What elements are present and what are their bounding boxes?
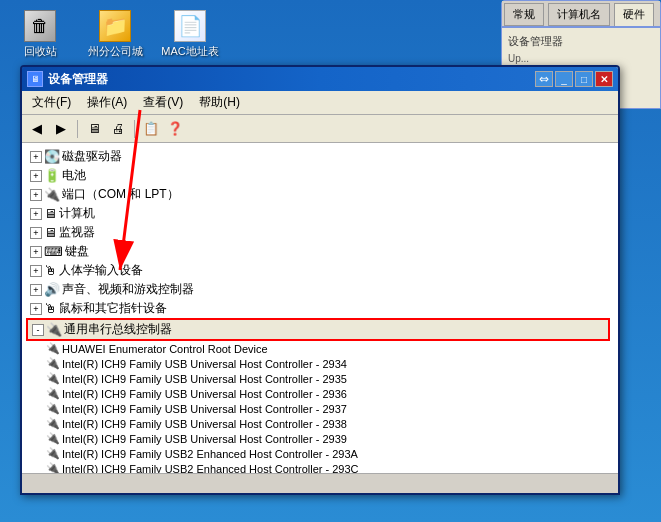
tree-item-usb-category[interactable]: - 🔌 通用串行总线控制器: [28, 320, 608, 339]
tree-item-usb2939[interactable]: 🔌 Intel(R) ICH9 Family USB Universal Hos…: [26, 431, 614, 446]
usb293a-icon: 🔌: [46, 447, 60, 460]
back-button[interactable]: ◀: [26, 118, 48, 140]
computer-button[interactable]: 🖥: [83, 118, 105, 140]
expand-keyboard[interactable]: +: [30, 246, 42, 258]
expand-disk[interactable]: +: [30, 151, 42, 163]
mouse-icon: 🖱: [44, 301, 57, 316]
special-btn-1[interactable]: ⇔: [535, 71, 553, 87]
mouse-label: 鼠标和其它指针设备: [59, 300, 167, 317]
tree-item-disk[interactable]: + 💽 磁盘驱动器: [26, 147, 614, 166]
tab-hardware[interactable]: 硬件: [614, 3, 654, 26]
tree-item-port[interactable]: + 🔌 端口（COM 和 LPT）: [26, 185, 614, 204]
tree-item-usb2934[interactable]: 🔌 Intel(R) ICH9 Family USB Universal Hos…: [26, 356, 614, 371]
usb2937-label: Intel(R) ICH9 Family USB Universal Host …: [62, 403, 347, 415]
tree-item-battery[interactable]: + 🔋 电池: [26, 166, 614, 185]
keyboard-icon: ⌨: [44, 244, 63, 259]
usb-hub-icon: 🔌: [46, 322, 62, 337]
disk-label: 磁盘驱动器: [62, 148, 122, 165]
desktop: 🗑 回收站 📁 州分公司城 📄 MAC地址表 常规 计算机名 硬件 设备管理器 …: [0, 0, 661, 522]
battery-icon: 🔋: [44, 168, 60, 183]
expand-computer[interactable]: +: [30, 208, 42, 220]
port-icon: 🔌: [44, 187, 60, 202]
menu-bar: 文件(F) 操作(A) 查看(V) 帮助(H): [22, 91, 618, 115]
tree-item-usb293c[interactable]: 🔌 Intel(R) ICH9 Family USB2 Enhanced Hos…: [26, 461, 614, 473]
audio-label: 声音、视频和游戏控制器: [62, 281, 194, 298]
folder-icon[interactable]: 📁 州分公司城: [85, 10, 145, 59]
usb293a-label: Intel(R) ICH9 Family USB2 Enhanced Host …: [62, 448, 358, 460]
usb2936-icon: 🔌: [46, 387, 60, 400]
tree-item-usb2936[interactable]: 🔌 Intel(R) ICH9 Family USB Universal Hos…: [26, 386, 614, 401]
menu-view[interactable]: 查看(V): [135, 92, 191, 113]
desktop-icons-area: 🗑 回收站 📁 州分公司城 📄 MAC地址表: [10, 10, 220, 59]
usb2938-label: Intel(R) ICH9 Family USB Universal Host …: [62, 418, 347, 430]
expand-battery[interactable]: +: [30, 170, 42, 182]
document-icon[interactable]: 📄 MAC地址表: [160, 10, 220, 59]
window-title: 设备管理器: [48, 71, 108, 88]
usb2935-icon: 🔌: [46, 372, 60, 385]
usb2937-icon: 🔌: [46, 402, 60, 415]
usb2934-label: Intel(R) ICH9 Family USB Universal Host …: [62, 358, 347, 370]
hid-icon: 🖱: [44, 263, 57, 278]
computer-label: 计算机: [59, 205, 95, 222]
tree-item-usb293a[interactable]: 🔌 Intel(R) ICH9 Family USB2 Enhanced Hos…: [26, 446, 614, 461]
expand-hid[interactable]: +: [30, 265, 42, 277]
title-bar: 🖥 设备管理器 ⇔ _ □ ✕: [22, 67, 618, 91]
monitor-label: 监视器: [59, 224, 95, 241]
monitor-icon: 🖥: [44, 225, 57, 240]
content-area: + 💽 磁盘驱动器 + 🔋 电池 + 🔌 端口（COM 和 LPT）: [22, 143, 618, 473]
audio-icon: 🔊: [44, 282, 60, 297]
tree-item-audio[interactable]: + 🔊 声音、视频和游戏控制器: [26, 280, 614, 299]
tree-item-usb2937[interactable]: 🔌 Intel(R) ICH9 Family USB Universal Hos…: [26, 401, 614, 416]
menu-file[interactable]: 文件(F): [24, 92, 79, 113]
huawei-label: HUAWEI Enumerator Control Root Device: [62, 343, 268, 355]
status-bar: [22, 473, 618, 493]
tree-item-usb2935[interactable]: 🔌 Intel(R) ICH9 Family USB Universal Hos…: [26, 371, 614, 386]
close-button[interactable]: ✕: [595, 71, 613, 87]
tree-item-huawei[interactable]: 🔌 HUAWEI Enumerator Control Root Device: [26, 341, 614, 356]
tree-item-computer[interactable]: + 🖥 计算机: [26, 204, 614, 223]
menu-action[interactable]: 操作(A): [79, 92, 135, 113]
expand-mouse[interactable]: +: [30, 303, 42, 315]
toolbar-separator-2: [134, 120, 135, 138]
usb-category-label: 通用串行总线控制器: [64, 321, 172, 338]
disk-icon: 💽: [44, 149, 60, 164]
recycle-bin-icon[interactable]: 🗑 回收站: [10, 10, 70, 59]
tree-item-mouse[interactable]: + 🖱 鼠标和其它指针设备: [26, 299, 614, 318]
tree-item-hid[interactable]: + 🖱 人体学输入设备: [26, 261, 614, 280]
window-icon: 🖥: [27, 71, 43, 87]
hid-label: 人体学输入设备: [59, 262, 143, 279]
toolbar: ◀ ▶ 🖥 🖨 📋 ❓: [22, 115, 618, 143]
tree-item-usb2938[interactable]: 🔌 Intel(R) ICH9 Family USB Universal Hos…: [26, 416, 614, 431]
help-button[interactable]: ❓: [164, 118, 186, 140]
forward-button[interactable]: ▶: [50, 118, 72, 140]
tree-item-keyboard[interactable]: + ⌨ 键盘: [26, 242, 614, 261]
toolbar-separator-1: [77, 120, 78, 138]
expand-usb[interactable]: -: [32, 324, 44, 336]
expand-port[interactable]: +: [30, 189, 42, 201]
recycle-bin-label: 回收站: [24, 44, 57, 59]
maximize-button[interactable]: □: [575, 71, 593, 87]
device-tree[interactable]: + 💽 磁盘驱动器 + 🔋 电池 + 🔌 端口（COM 和 LPT）: [22, 143, 618, 473]
usb2934-icon: 🔌: [46, 357, 60, 370]
document-label: MAC地址表: [161, 44, 218, 59]
title-bar-left: 🖥 设备管理器: [27, 71, 108, 88]
tab-computername[interactable]: 计算机名: [548, 3, 610, 26]
tab-general[interactable]: 常规: [504, 3, 544, 26]
expand-monitor[interactable]: +: [30, 227, 42, 239]
menu-help[interactable]: 帮助(H): [191, 92, 248, 113]
title-bar-buttons: ⇔ _ □ ✕: [535, 71, 613, 87]
usb-category-highlight-box: - 🔌 通用串行总线控制器: [26, 318, 610, 341]
usb2939-icon: 🔌: [46, 432, 60, 445]
minimize-button[interactable]: _: [555, 71, 573, 87]
print-button[interactable]: 🖨: [107, 118, 129, 140]
port-label: 端口（COM 和 LPT）: [62, 186, 179, 203]
usb2938-icon: 🔌: [46, 417, 60, 430]
usb2939-label: Intel(R) ICH9 Family USB Universal Host …: [62, 433, 347, 445]
device-manager-window: 🖥 设备管理器 ⇔ _ □ ✕ 文件(F) 操作(A) 查看(V) 帮助(H) …: [20, 65, 620, 495]
sys-props-tabs: 常规 计算机名 硬件: [502, 1, 660, 28]
battery-label: 电池: [62, 167, 86, 184]
properties-button[interactable]: 📋: [140, 118, 162, 140]
tree-item-monitor[interactable]: + 🖥 监视器: [26, 223, 614, 242]
expand-audio[interactable]: +: [30, 284, 42, 296]
usb2935-label: Intel(R) ICH9 Family USB Universal Host …: [62, 373, 347, 385]
